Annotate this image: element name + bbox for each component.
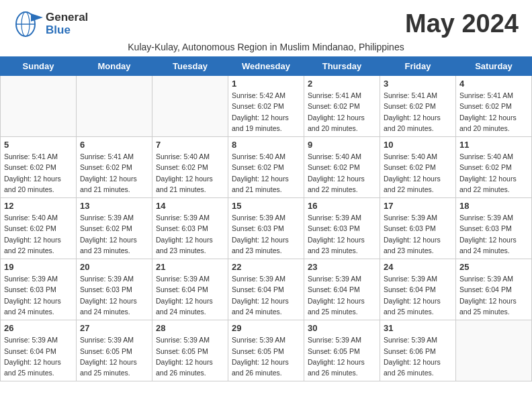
cell-info-line: and 20 minutes. xyxy=(384,123,452,134)
cell-info-line: and 26 minutes. xyxy=(308,367,376,378)
day-number: 27 xyxy=(80,323,148,333)
cell-info-line: Daylight: 12 hours xyxy=(384,173,452,184)
calendar-cell: 8Sunrise: 5:40 AMSunset: 6:02 PMDaylight… xyxy=(228,137,304,198)
cell-info-line: and 22 minutes. xyxy=(384,184,452,195)
calendar-cell: 29Sunrise: 5:39 AMSunset: 6:05 PMDayligh… xyxy=(228,320,304,381)
cell-info-line: Sunrise: 5:41 AM xyxy=(4,151,73,162)
cell-info-line: Daylight: 12 hours xyxy=(232,234,300,245)
day-number: 26 xyxy=(4,323,73,333)
cell-info-line: Daylight: 12 hours xyxy=(80,234,148,245)
cell-info-line: Daylight: 12 hours xyxy=(459,112,528,123)
cell-info-line: Daylight: 12 hours xyxy=(308,173,376,184)
cell-info-line: Daylight: 12 hours xyxy=(308,234,376,245)
cell-info-line: Sunset: 6:04 PM xyxy=(384,284,452,295)
cell-info-line: Daylight: 12 hours xyxy=(4,357,73,367)
cell-info-line: Sunset: 6:02 PM xyxy=(384,101,452,111)
cell-info-line: Daylight: 12 hours xyxy=(232,357,300,367)
calendar-cell: 31Sunrise: 5:39 AMSunset: 6:06 PMDayligh… xyxy=(380,320,456,381)
calendar-cell: 23Sunrise: 5:39 AMSunset: 6:04 PMDayligh… xyxy=(304,259,380,320)
day-number: 16 xyxy=(308,201,376,211)
cell-info-line: and 20 minutes. xyxy=(4,184,73,195)
cell-info-line: Sunset: 6:03 PM xyxy=(232,223,300,234)
calendar-cell: 9Sunrise: 5:40 AMSunset: 6:02 PMDaylight… xyxy=(304,137,380,198)
svg-marker-3 xyxy=(31,13,43,21)
cell-info-line: Sunrise: 5:40 AM xyxy=(459,151,528,162)
calendar-cell: 5Sunrise: 5:41 AMSunset: 6:02 PMDaylight… xyxy=(1,137,77,198)
day-number: 12 xyxy=(4,201,73,211)
calendar-cell: 14Sunrise: 5:39 AMSunset: 6:03 PMDayligh… xyxy=(152,198,228,259)
subtitle: Kulay-Kulay, Autonomous Region in Muslim… xyxy=(0,42,532,52)
day-number: 30 xyxy=(308,323,376,333)
logo: General Blue xyxy=(13,9,88,39)
cell-info-line: and 21 minutes. xyxy=(232,184,300,195)
cell-info-line: Sunset: 6:06 PM xyxy=(384,346,452,357)
calendar-cell: 24Sunrise: 5:39 AMSunset: 6:04 PMDayligh… xyxy=(380,259,456,320)
cell-info-line: Daylight: 12 hours xyxy=(80,357,148,367)
cell-info-line: Sunset: 6:04 PM xyxy=(156,284,224,295)
cell-info-line: Sunset: 6:04 PM xyxy=(308,284,376,295)
page-title: May 2024 xyxy=(405,9,519,38)
cell-info-line: Sunrise: 5:41 AM xyxy=(384,90,452,101)
cell-info-line: Sunset: 6:02 PM xyxy=(232,101,300,111)
cell-info-line: and 24 minutes. xyxy=(232,306,300,317)
day-header-thursday: Thursday xyxy=(304,57,380,76)
calendar-cell: 27Sunrise: 5:39 AMSunset: 6:05 PMDayligh… xyxy=(77,320,152,381)
cell-info-line: Daylight: 12 hours xyxy=(80,173,148,184)
day-number: 18 xyxy=(459,201,528,211)
cell-info-line: Sunset: 6:03 PM xyxy=(384,223,452,234)
calendar-cell: 25Sunrise: 5:39 AMSunset: 6:04 PMDayligh… xyxy=(456,259,532,320)
cell-info-line: Daylight: 12 hours xyxy=(4,173,73,184)
cell-info-line: Daylight: 12 hours xyxy=(384,295,452,306)
day-number: 5 xyxy=(4,140,73,150)
cell-info-line: and 25 minutes. xyxy=(4,367,73,378)
calendar-week-row: 1Sunrise: 5:42 AMSunset: 6:02 PMDaylight… xyxy=(1,76,532,137)
calendar-table: SundayMondayTuesdayWednesdayThursdayFrid… xyxy=(0,56,532,381)
cell-info-line: and 22 minutes. xyxy=(308,184,376,195)
logo-blue: Blue xyxy=(46,24,88,37)
cell-info-line: and 20 minutes. xyxy=(308,123,376,134)
cell-info-line: Daylight: 12 hours xyxy=(156,234,224,245)
cell-info-line: Sunset: 6:05 PM xyxy=(308,346,376,357)
cell-info-line: Sunset: 6:03 PM xyxy=(459,223,528,234)
cell-info-line: Daylight: 12 hours xyxy=(459,173,528,184)
day-number: 25 xyxy=(459,262,528,272)
day-number: 29 xyxy=(232,323,300,333)
day-number: 13 xyxy=(80,201,148,211)
cell-info-line: Sunrise: 5:39 AM xyxy=(80,212,148,223)
day-number: 1 xyxy=(232,79,300,89)
cell-info-line: Daylight: 12 hours xyxy=(156,357,224,367)
day-header-sunday: Sunday xyxy=(1,57,77,76)
cell-info-line: Sunrise: 5:40 AM xyxy=(384,151,452,162)
cell-info-line: Sunrise: 5:39 AM xyxy=(156,212,224,223)
cell-info-line: Daylight: 12 hours xyxy=(4,295,73,306)
cell-info-line: Daylight: 12 hours xyxy=(4,234,73,245)
cell-info-line: and 23 minutes. xyxy=(308,245,376,256)
day-number: 31 xyxy=(384,323,452,333)
cell-info-line: Daylight: 12 hours xyxy=(308,112,376,123)
calendar-cell: 28Sunrise: 5:39 AMSunset: 6:05 PMDayligh… xyxy=(152,320,228,381)
day-number: 14 xyxy=(156,201,224,211)
month-title: May 2024 xyxy=(405,9,519,38)
cell-info-line: Sunrise: 5:42 AM xyxy=(232,90,300,101)
cell-info-line: Sunrise: 5:39 AM xyxy=(308,273,376,284)
cell-info-line: Sunrise: 5:41 AM xyxy=(459,90,528,101)
calendar-cell: 20Sunrise: 5:39 AMSunset: 6:03 PMDayligh… xyxy=(77,259,152,320)
cell-info-line: Sunrise: 5:41 AM xyxy=(308,90,376,101)
cell-info-line: Sunrise: 5:39 AM xyxy=(232,334,300,345)
day-header-tuesday: Tuesday xyxy=(152,57,228,76)
calendar-cell: 21Sunrise: 5:39 AMSunset: 6:04 PMDayligh… xyxy=(152,259,228,320)
cell-info-line: Sunrise: 5:39 AM xyxy=(4,273,73,284)
day-header-saturday: Saturday xyxy=(456,57,532,76)
cell-info-line: Daylight: 12 hours xyxy=(384,112,452,123)
cell-info-line: and 22 minutes. xyxy=(459,184,528,195)
day-number: 8 xyxy=(232,140,300,150)
cell-info-line: Daylight: 12 hours xyxy=(80,295,148,306)
cell-info-line: and 20 minutes. xyxy=(459,123,528,134)
cell-info-line: and 24 minutes. xyxy=(459,245,528,256)
cell-info-line: and 21 minutes. xyxy=(156,184,224,195)
day-number: 6 xyxy=(80,140,148,150)
cell-info-line: and 26 minutes. xyxy=(232,367,300,378)
cell-info-line: and 26 minutes. xyxy=(384,367,452,378)
calendar-cell: 17Sunrise: 5:39 AMSunset: 6:03 PMDayligh… xyxy=(380,198,456,259)
cell-info-line: Sunrise: 5:39 AM xyxy=(4,334,73,345)
